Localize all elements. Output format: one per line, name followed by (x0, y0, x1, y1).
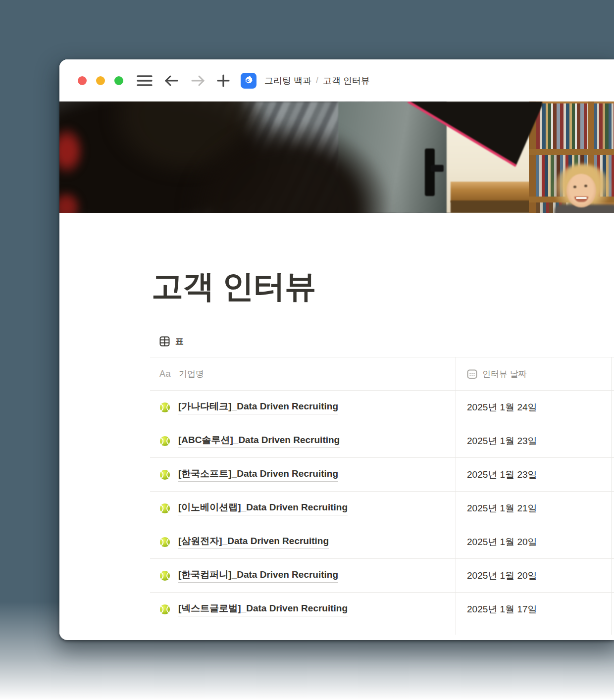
tennis-ball-icon (159, 570, 170, 581)
cover-woman-smile (576, 197, 587, 199)
page-link[interactable]: [넥스트글로벌]_Data Driven Recruiting (178, 602, 348, 616)
page-link[interactable]: [ABC솔루션]_Data Driven Recruiting (178, 434, 340, 448)
tennis-ball-icon (159, 537, 170, 548)
page-link[interactable]: [가나다테크]_Data Driven Recruiting (178, 400, 338, 414)
page-link[interactable]: [한국컴퍼니]_Data Driven Recruiting (178, 568, 338, 583)
breadcrumb-separator: / (316, 75, 318, 86)
column-header-date[interactable]: 인터뷰 날짜 (456, 357, 612, 390)
cover-woman-eye (573, 186, 576, 188)
breadcrumb-parent[interactable]: 그리팅 백과 (264, 75, 311, 87)
cover-woman-face (566, 174, 596, 207)
cover-books (536, 103, 588, 149)
back-arrow-icon[interactable] (164, 75, 178, 87)
titlebar: 그리팅 백과 / 고객 인터뷰 (59, 59, 614, 101)
page-link[interactable]: [이노베이션랩]_Data Driven Recruiting (178, 501, 348, 515)
page-title: 고객 인터뷰 (152, 265, 614, 308)
interview-date[interactable]: 2025년 1월 20일 (467, 569, 537, 582)
table-row[interactable]: [이노베이션랩]_Data Driven Recruiting 2025년 1월… (150, 492, 614, 525)
tennis-ball-icon (159, 604, 170, 615)
menu-icon[interactable] (137, 74, 153, 87)
table-row[interactable]: [가나다테크]_Data Driven Recruiting 2025년 1월 … (150, 391, 614, 424)
title-property-icon: Aa (159, 369, 171, 379)
table-header-row: Aa 기업명 인터뷰 날짜 (150, 357, 614, 391)
cover-dark-silhouette (183, 121, 391, 213)
column-header-date-label: 인터뷰 날짜 (482, 368, 527, 380)
tab-table-view-label: 표 (175, 336, 184, 347)
table-row[interactable]: [넥스트글로벌]_Data Driven Recruiting 2025년 1월… (150, 593, 614, 626)
tennis-ball-icon (159, 436, 170, 447)
tennis-ball-icon (159, 402, 170, 413)
close-button[interactable] (78, 76, 87, 85)
breadcrumb: 그리팅 백과 / 고객 인터뷰 (264, 75, 370, 87)
interview-date[interactable]: 2025년 1월 23일 (467, 435, 537, 448)
breadcrumb-current[interactable]: 고객 인터뷰 (323, 75, 370, 87)
table-grid-icon (159, 336, 170, 347)
interview-table: Aa 기업명 인터뷰 날짜 (150, 357, 614, 635)
interview-date[interactable]: 2025년 1월 24일 (467, 401, 537, 414)
greeting-app-icon[interactable] (241, 73, 256, 89)
new-tab-plus-icon[interactable] (217, 74, 230, 87)
table-row[interactable]: [한국컴퍼니]_Data Driven Recruiting 2025년 1월 … (150, 559, 614, 593)
interview-date[interactable]: 2025년 1월 20일 (467, 536, 537, 549)
cover-softbox-flag (401, 101, 542, 172)
page-link[interactable]: [한국소프트]_Data Driven Recruiting (178, 467, 338, 482)
forward-arrow-icon[interactable] (191, 75, 205, 87)
table-row-partial (150, 626, 614, 635)
cover-image[interactable] (59, 101, 614, 213)
table-row[interactable]: [ABC솔루션]_Data Driven Recruiting 2025년 1월… (150, 424, 614, 458)
interview-date[interactable]: 2025년 1월 21일 (467, 502, 537, 515)
table-row[interactable]: [삼원전자]_Data Driven Recruiting 2025년 1월 2… (150, 525, 614, 559)
interview-date[interactable]: 2025년 1월 23일 (467, 468, 537, 481)
page-content: 고객 인터뷰 표 Aa 기업명 (59, 265, 614, 635)
column-header-company-label: 기업명 (179, 368, 204, 380)
cover-books (594, 103, 614, 149)
page-link[interactable]: [삼원전자]_Data Driven Recruiting (178, 535, 329, 549)
window-controls (78, 76, 123, 85)
app-window: 그리팅 백과 / 고객 인터뷰 (59, 59, 614, 640)
calendar-icon (467, 369, 477, 379)
tennis-ball-icon (159, 469, 170, 480)
interview-date[interactable]: 2025년 1월 17일 (467, 603, 537, 616)
minimize-button[interactable] (96, 76, 105, 85)
zoom-button[interactable] (114, 76, 123, 85)
table-row[interactable]: [한국소프트]_Data Driven Recruiting 2025년 1월 … (150, 458, 614, 492)
column-header-company[interactable]: Aa 기업명 (150, 357, 456, 390)
tab-table-view[interactable]: 표 (159, 336, 614, 347)
cover-woman-eye (584, 185, 587, 187)
tennis-ball-icon (159, 503, 170, 514)
